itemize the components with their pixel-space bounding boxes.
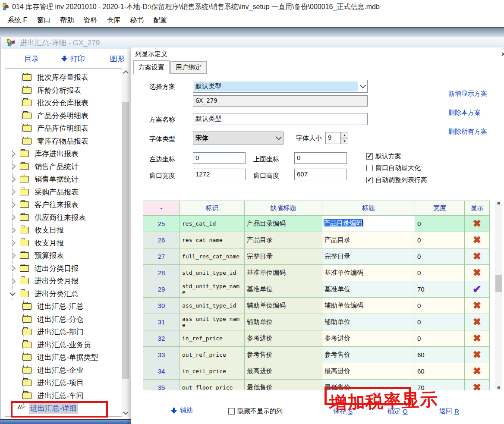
title-cell[interactable]: 参考售价 — [322, 347, 415, 363]
scroll-up-icon[interactable] — [498, 202, 500, 204]
title-cell[interactable]: 辅助单位编码 — [322, 298, 415, 314]
default-title-cell[interactable]: 完整目录 — [245, 248, 322, 265]
row-number-cell[interactable]: 30 — [143, 298, 180, 314]
tree-item[interactable]: 进出汇总-汇总 — [5, 300, 122, 313]
default-title-cell[interactable]: 辅助单位编码 — [245, 298, 322, 314]
close-icon[interactable]: ✕ — [501, 50, 504, 58]
tree-scrollbar-thumb[interactable] — [122, 102, 129, 379]
window-width-input[interactable]: 1272 — [193, 169, 246, 180]
hidden-x-icon[interactable]: ✖ — [473, 382, 481, 390]
scroll-down-icon[interactable] — [122, 409, 129, 417]
menu-item[interactable]: 帮助 — [55, 16, 79, 25]
chevron-closed-icon[interactable] — [9, 176, 16, 182]
hidden-x-icon[interactable]: ✖ — [473, 300, 481, 311]
column-header[interactable]: 显示 — [465, 201, 490, 216]
hide-columns-checkbox[interactable]: 隐藏不显示的列 — [228, 407, 283, 415]
visibility-cell[interactable]: ✖ — [465, 216, 490, 232]
menu-item[interactable]: 秘书 — [125, 16, 148, 25]
tree-scrollbar[interactable] — [122, 68, 129, 417]
visible-check-icon[interactable]: ✔ — [472, 283, 482, 295]
column-header[interactable]: 宽度 — [415, 201, 465, 216]
menu-item[interactable]: 仓库 — [102, 16, 125, 25]
hidden-x-icon[interactable]: ✖ — [473, 267, 481, 278]
tree-item[interactable]: 进出汇总-单据类型 — [5, 351, 122, 364]
row-number-cell[interactable]: 25 — [143, 216, 180, 232]
table-row[interactable]: 27full_res_cat_name完整目录完整目录0✖ — [143, 248, 490, 265]
menu-item[interactable]: 系统 F — [3, 16, 32, 25]
default-title-cell[interactable]: 最高进价 — [245, 363, 322, 380]
title-cell[interactable]: 最高进价 — [322, 363, 415, 380]
graph-button[interactable]: 图形 — [110, 54, 125, 64]
hidden-x-icon[interactable]: ✖ — [473, 218, 481, 229]
column-header[interactable]: - — [143, 201, 180, 216]
visibility-cell[interactable]: ✔ — [465, 281, 490, 298]
chevron-closed-icon[interactable] — [9, 163, 16, 170]
table-row[interactable]: 31ass_unit_type_name辅助单位辅助单位0✖ — [143, 314, 490, 330]
menu-item[interactable]: 资料 — [79, 16, 102, 25]
hidden-x-icon[interactable]: ✖ — [473, 349, 481, 360]
width-cell[interactable]: 60 — [415, 363, 465, 380]
visibility-cell[interactable]: ✖ — [465, 330, 490, 347]
visibility-cell[interactable]: ✖ — [465, 232, 490, 248]
width-cell[interactable]: 60 — [415, 347, 465, 363]
hidden-x-icon[interactable]: ✖ — [473, 251, 481, 262]
title-cell[interactable]: 基准单位编码 — [322, 265, 415, 281]
delete-all-schemes-link[interactable]: 删除所有方案 — [448, 128, 487, 136]
title-cell[interactable]: 产品目录 — [322, 232, 415, 248]
print-button[interactable]: 打印 — [61, 54, 85, 64]
window-height-input[interactable]: 607 — [294, 169, 347, 180]
table-row[interactable]: 28std_unit_type_id基准单位编码基准单位编码0✖ — [143, 265, 490, 281]
chevron-closed-icon[interactable] — [9, 214, 16, 220]
visibility-cell[interactable]: ✖ — [465, 248, 490, 265]
default-title-cell[interactable]: 产品目录 — [245, 232, 322, 248]
field-id-cell[interactable]: std_unit_type_id — [180, 265, 245, 281]
top-coord-input[interactable]: 0 — [294, 152, 347, 164]
tree-item[interactable]: 销售产品统计 — [5, 160, 122, 173]
row-number-cell[interactable]: 34 — [143, 363, 180, 380]
row-number-cell[interactable]: 29 — [143, 281, 180, 298]
chevron-closed-icon[interactable] — [9, 253, 16, 259]
title-cell[interactable]: 产品目录编码 — [322, 216, 415, 232]
row-number-cell[interactable]: 31 — [143, 314, 180, 330]
table-row[interactable]: 32in_ref_price参考进价参考进价0✖ — [143, 330, 490, 347]
back-button[interactable]: 返回R — [439, 407, 459, 415]
default-title-cell[interactable]: 参考进价 — [245, 330, 322, 347]
visibility-cell[interactable]: ✖ — [465, 265, 490, 281]
tab-user-binding[interactable]: 用户绑定 — [170, 61, 207, 74]
row-number-cell[interactable]: 26 — [143, 232, 180, 248]
field-id-cell[interactable]: out_floor_price — [180, 380, 245, 391]
tree-item[interactable]: 库存进出报表 — [5, 148, 122, 160]
title-cell[interactable]: 辅助单位 — [322, 314, 415, 330]
tree-item[interactable]: 批次库存量报表 — [5, 71, 122, 84]
field-id-cell[interactable]: in_ref_price — [180, 330, 245, 347]
auto-row-height-checkbox[interactable]: 自动调整列表行高 — [366, 176, 427, 184]
width-cell[interactable]: 0 — [415, 216, 465, 232]
field-id-cell[interactable]: ass_unit_type_id — [180, 298, 245, 314]
scroll-up-icon[interactable] — [122, 68, 129, 76]
tree-item[interactable]: 零库存物品报表 — [5, 135, 122, 148]
chevron-closed-icon[interactable] — [9, 189, 16, 195]
width-cell[interactable]: 0 — [415, 330, 465, 347]
default-title-cell[interactable]: 基准单位编码 — [245, 265, 322, 281]
spin-up-icon[interactable]: ▲ — [341, 132, 348, 138]
chevron-closed-icon[interactable] — [9, 151, 16, 157]
row-number-cell[interactable]: 33 — [143, 347, 180, 363]
width-cell[interactable]: 0 — [415, 314, 465, 330]
tab-scheme-settings[interactable]: 方案设置 — [133, 60, 170, 74]
tree-item[interactable]: 供应商往来报表 — [5, 211, 122, 224]
visibility-cell[interactable]: ✖ — [465, 298, 490, 314]
tree-item[interactable]: 销售单据统计 — [5, 173, 122, 186]
field-id-cell[interactable]: std_unit_type_name — [180, 281, 245, 298]
auto-maximize-checkbox[interactable]: 窗口自动最大化 — [366, 164, 421, 172]
table-row[interactable]: 25res_cat_id产品目录编码产品目录编码0✖ — [143, 216, 490, 232]
default-title-cell[interactable]: 辅助单位 — [245, 314, 322, 330]
chevron-closed-icon[interactable] — [9, 202, 16, 208]
default-title-cell[interactable]: 基准单位 — [245, 281, 322, 298]
menu-item[interactable]: 配置 — [148, 16, 172, 25]
row-number-cell[interactable]: 35 — [143, 380, 180, 391]
spin-down-icon[interactable]: ▼ — [341, 138, 348, 144]
tree-item[interactable]: 收支月报 — [5, 237, 122, 250]
tree-item[interactable]: 进出汇总-分仓 — [5, 313, 122, 326]
table-scrollbar-thumb[interactable] — [495, 275, 502, 292]
chevron-open-icon[interactable] — [9, 290, 16, 296]
